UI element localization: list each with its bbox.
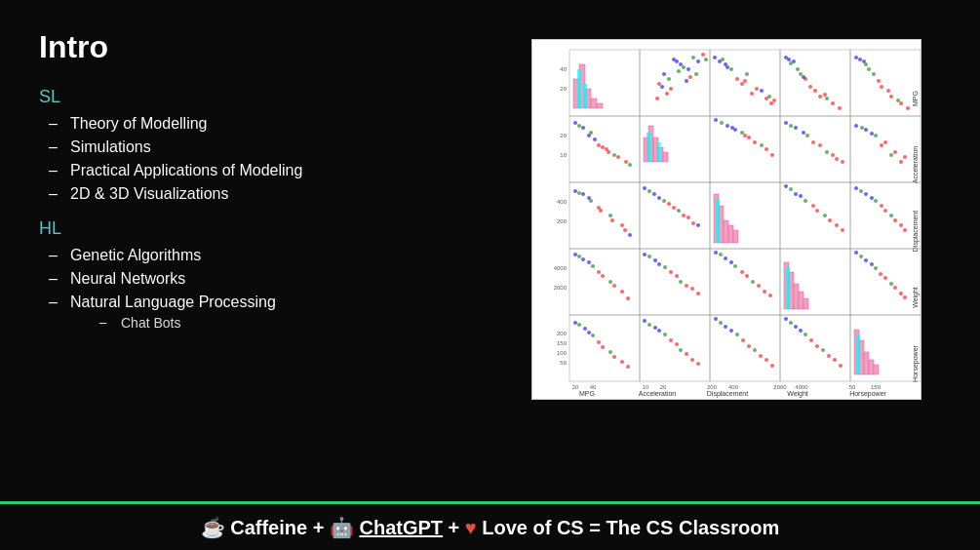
svg-text:Weight: Weight (912, 287, 920, 308)
svg-point-259 (864, 192, 868, 196)
svg-point-348 (804, 333, 807, 336)
svg-point-321 (597, 340, 601, 344)
svg-point-298 (729, 260, 733, 264)
svg-point-222 (899, 160, 903, 164)
svg-point-118 (657, 82, 661, 86)
svg-point-115 (682, 65, 686, 69)
svg-point-328 (685, 352, 688, 356)
dash: – (49, 185, 59, 203)
svg-point-306 (893, 286, 897, 290)
svg-point-320 (587, 331, 591, 334)
svg-point-251 (828, 218, 832, 222)
svg-point-267 (889, 214, 893, 217)
svg-point-173 (906, 106, 910, 110)
svg-text:20: 20 (560, 86, 567, 92)
svg-point-336 (724, 325, 727, 329)
svg-point-270 (581, 257, 585, 261)
svg-text:Horsepower: Horsepower (849, 390, 886, 398)
svg-point-296 (768, 294, 772, 297)
svg-point-151 (818, 95, 822, 98)
svg-point-169 (867, 67, 871, 71)
svg-rect-82 (804, 298, 808, 309)
svg-rect-89 (856, 334, 860, 374)
svg-point-281 (653, 258, 657, 262)
svg-text:50: 50 (560, 360, 567, 366)
svg-point-233 (620, 223, 624, 227)
svg-rect-70 (647, 133, 650, 162)
svg-point-246 (696, 223, 700, 227)
svg-rect-69 (663, 152, 668, 162)
svg-point-201 (784, 121, 788, 125)
dash: – (49, 115, 59, 133)
svg-point-159 (789, 61, 793, 65)
svg-point-256 (823, 214, 827, 217)
svg-point-241 (647, 189, 651, 193)
svg-point-340 (770, 364, 774, 368)
svg-point-190 (725, 124, 729, 128)
svg-point-183 (601, 145, 605, 149)
svg-point-119 (701, 53, 705, 57)
svg-point-240 (691, 221, 695, 225)
svg-point-309 (870, 262, 874, 266)
svg-point-193 (764, 147, 768, 151)
svg-point-198 (770, 153, 774, 157)
svg-point-268 (899, 223, 903, 227)
svg-text:400: 400 (728, 384, 739, 390)
svg-point-302 (854, 251, 858, 255)
svg-text:200: 200 (557, 331, 568, 336)
scatter-matrix-chart: MPG Acceleration Displacement Weight Hor… (531, 39, 921, 400)
svg-point-285 (696, 292, 700, 295)
svg-point-350 (827, 354, 831, 358)
svg-point-140 (721, 58, 725, 61)
svg-point-220 (880, 143, 883, 147)
svg-rect-86 (864, 352, 869, 374)
svg-point-129 (677, 69, 681, 73)
svg-point-218 (860, 126, 864, 130)
svg-point-263 (903, 228, 907, 232)
svg-point-176 (581, 126, 585, 130)
svg-point-327 (675, 342, 679, 346)
svg-point-221 (889, 153, 893, 157)
slide-title: Intro (39, 29, 512, 65)
svg-point-170 (877, 79, 881, 83)
svg-text:4000: 4000 (554, 265, 568, 271)
svg-point-162 (854, 56, 858, 59)
svg-point-331 (657, 329, 661, 333)
svg-point-202 (794, 126, 798, 130)
svg-point-248 (794, 192, 798, 196)
footer: ☕ Caffeine + 🤖 ChatGPT + ♥ Love of CS = … (0, 501, 980, 550)
svg-point-332 (669, 338, 673, 342)
svg-rect-83 (786, 267, 790, 309)
svg-point-260 (874, 199, 878, 203)
svg-rect-76 (733, 230, 738, 243)
svg-point-339 (759, 354, 763, 358)
svg-point-282 (663, 265, 667, 269)
svg-point-347 (794, 325, 798, 329)
svg-point-278 (608, 280, 612, 284)
svg-point-288 (669, 270, 673, 274)
footer-text: ☕ Caffeine + 🤖 ChatGPT + ♥ Love of CS = … (201, 516, 780, 539)
svg-point-191 (740, 131, 744, 135)
svg-point-181 (577, 124, 581, 128)
svg-point-329 (696, 362, 700, 366)
svg-point-269 (573, 253, 577, 256)
svg-point-286 (647, 255, 651, 258)
svg-point-152 (831, 101, 835, 105)
svg-text:50: 50 (849, 384, 856, 390)
svg-point-213 (864, 128, 868, 132)
svg-point-121 (685, 79, 688, 83)
svg-point-352 (789, 321, 793, 325)
svg-text:200: 200 (707, 384, 718, 390)
svg-point-295 (757, 284, 761, 288)
svg-point-253 (789, 187, 793, 191)
svg-point-257 (835, 223, 839, 227)
svg-point-223 (573, 189, 577, 193)
svg-point-150 (808, 85, 812, 89)
svg-point-303 (864, 258, 868, 262)
svg-point-206 (841, 160, 844, 164)
svg-point-238 (672, 206, 676, 210)
svg-point-345 (764, 358, 768, 362)
svg-point-310 (879, 272, 882, 276)
svg-point-275 (577, 255, 581, 258)
svg-text:150: 150 (557, 340, 568, 346)
